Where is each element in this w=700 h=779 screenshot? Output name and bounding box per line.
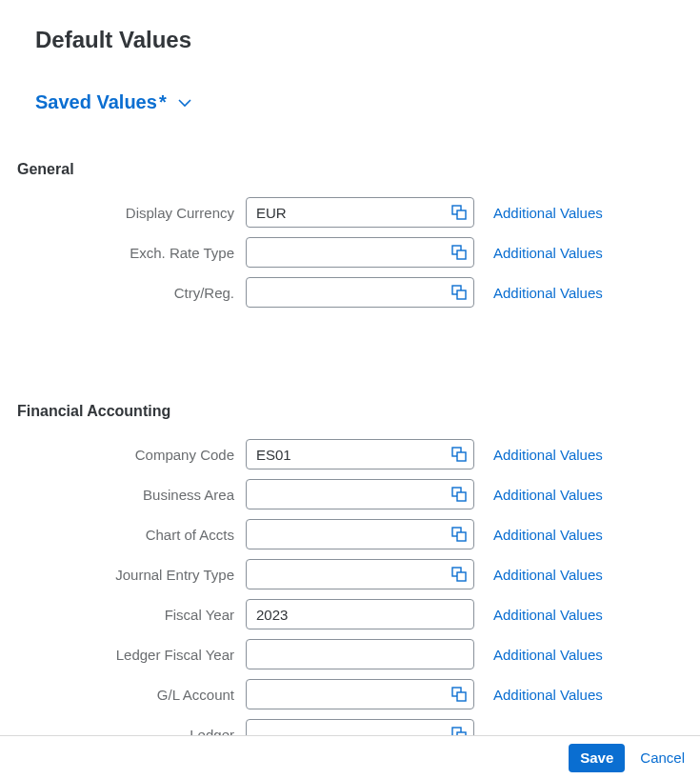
input-wrap-ctry-reg	[246, 277, 474, 308]
additional-values-link[interactable]: Additional Values	[493, 205, 603, 221]
row-chart-of-accts: Chart of Accts Additional Values	[17, 519, 700, 549]
input-wrap-journal-entry-type	[246, 559, 474, 589]
input-wrap-exch-rate-type	[246, 237, 474, 268]
svg-rect-7	[457, 452, 466, 461]
row-ctry-reg: Ctry/Reg. Additional Values	[17, 277, 700, 308]
input-exch-rate-type[interactable]	[247, 238, 473, 267]
row-journal-entry-type: Journal Entry Type Additional Values	[17, 559, 700, 589]
label-journal-entry-type: Journal Entry Type	[17, 567, 246, 583]
value-help-icon[interactable]	[450, 244, 468, 261]
additional-values-link[interactable]: Additional Values	[493, 527, 603, 543]
input-journal-entry-type[interactable]	[247, 560, 473, 589]
svg-rect-15	[457, 692, 466, 701]
footer-bar: Save Cancel	[0, 735, 700, 779]
additional-values-link[interactable]: Additional Values	[493, 447, 603, 463]
section-financial-accounting: Financial Accounting Company Code Additi…	[0, 403, 700, 749]
svg-rect-3	[457, 250, 466, 259]
value-help-icon[interactable]	[450, 566, 468, 583]
svg-rect-13	[457, 572, 466, 581]
label-business-area: Business Area	[17, 487, 246, 503]
dirty-indicator: *	[159, 91, 167, 113]
row-business-area: Business Area Additional Values	[17, 479, 700, 509]
input-wrap-chart-of-accts	[246, 519, 474, 549]
row-exch-rate-type: Exch. Rate Type Additional Values	[17, 237, 700, 268]
input-ctry-reg[interactable]	[247, 278, 473, 307]
svg-rect-9	[457, 492, 466, 501]
input-wrap-company-code	[246, 439, 474, 469]
label-exch-rate-type: Exch. Rate Type	[17, 245, 246, 261]
label-fiscal-year: Fiscal Year	[17, 607, 246, 623]
label-display-currency: Display Currency	[17, 205, 246, 221]
row-fiscal-year: Fiscal Year Additional Values	[17, 599, 700, 629]
input-fiscal-year[interactable]	[247, 600, 473, 629]
save-button[interactable]: Save	[569, 744, 625, 772]
additional-values-link[interactable]: Additional Values	[493, 647, 603, 663]
label-chart-of-accts: Chart of Accts	[17, 527, 246, 543]
section-title-general: General	[17, 161, 700, 178]
value-help-icon[interactable]	[450, 526, 468, 543]
input-gl-account[interactable]	[247, 680, 473, 709]
row-ledger-fiscal-year: Ledger Fiscal Year Additional Values	[17, 639, 700, 669]
input-wrap-display-currency	[246, 197, 474, 228]
input-company-code[interactable]	[247, 440, 473, 469]
value-help-icon[interactable]	[450, 284, 468, 301]
input-wrap-ledger-fiscal-year	[246, 639, 474, 669]
saved-values-dropdown[interactable]: Saved Values*	[35, 91, 191, 113]
value-help-icon[interactable]	[450, 204, 468, 221]
additional-values-link[interactable]: Additional Values	[493, 607, 603, 623]
value-help-icon[interactable]	[450, 486, 468, 503]
row-gl-account: G/L Account Additional Values	[17, 679, 700, 709]
additional-values-link[interactable]: Additional Values	[493, 285, 603, 301]
label-ctry-reg: Ctry/Reg.	[17, 285, 246, 301]
chevron-down-icon	[178, 98, 191, 108]
input-business-area[interactable]	[247, 480, 473, 509]
additional-values-link[interactable]: Additional Values	[493, 567, 603, 583]
row-display-currency: Display Currency Additional Values	[17, 197, 700, 228]
input-wrap-gl-account	[246, 679, 474, 709]
svg-rect-5	[457, 290, 466, 299]
label-ledger-fiscal-year: Ledger Fiscal Year	[17, 647, 246, 663]
section-title-fa: Financial Accounting	[17, 403, 700, 420]
value-help-icon[interactable]	[450, 686, 468, 703]
label-company-code: Company Code	[17, 447, 246, 463]
svg-rect-1	[457, 210, 466, 219]
additional-values-link[interactable]: Additional Values	[493, 487, 603, 503]
input-chart-of-accts[interactable]	[247, 520, 473, 549]
svg-rect-11	[457, 532, 466, 541]
additional-values-link[interactable]: Additional Values	[493, 687, 603, 703]
section-general: General Display Currency Additional Valu…	[0, 161, 700, 308]
input-display-currency[interactable]	[247, 198, 473, 227]
input-ledger-fiscal-year[interactable]	[247, 640, 473, 669]
row-company-code: Company Code Additional Values	[17, 439, 700, 469]
value-help-icon[interactable]	[450, 446, 468, 463]
input-wrap-fiscal-year	[246, 599, 474, 629]
label-gl-account: G/L Account	[17, 687, 246, 703]
additional-values-link[interactable]: Additional Values	[493, 245, 603, 261]
page-title: Default Values	[35, 27, 700, 53]
cancel-button[interactable]: Cancel	[630, 744, 694, 772]
input-wrap-business-area	[246, 479, 474, 509]
saved-values-label: Saved Values	[35, 91, 157, 113]
